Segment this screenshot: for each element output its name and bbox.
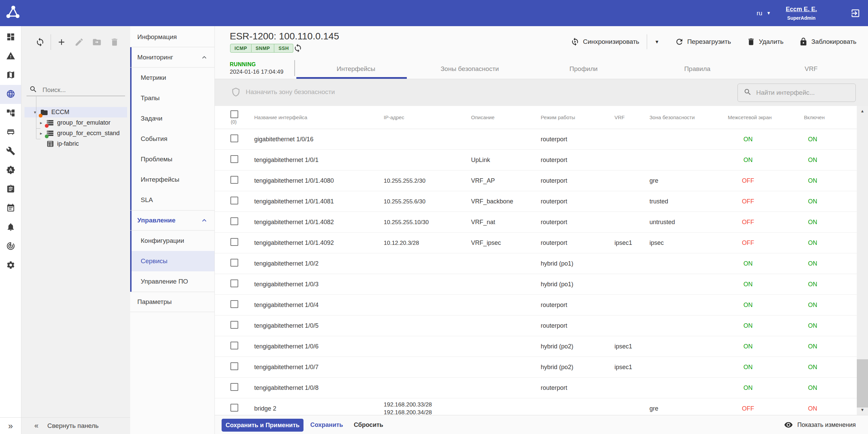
menu-item-sla[interactable]: SLA xyxy=(130,190,214,210)
tree-node-group-for-emulator[interactable]: ▸ group_for_emulator xyxy=(21,117,130,128)
refresh-tree-icon[interactable] xyxy=(35,37,45,47)
menu-item-management[interactable]: Управление xyxy=(130,210,214,231)
row-checkbox[interactable] xyxy=(230,155,238,163)
menu-item-parameters[interactable]: Параметры xyxy=(130,292,214,312)
rail-item-tools[interactable] xyxy=(0,142,21,161)
row-checkbox[interactable] xyxy=(230,362,238,370)
menu-item-interfaces[interactable]: Интерфейсы xyxy=(130,169,214,190)
cell-enabled-status: ON xyxy=(794,177,835,184)
scroll-down-arrow[interactable]: ▼ xyxy=(857,408,868,412)
row-checkbox[interactable] xyxy=(230,383,238,391)
menu-item-problems[interactable]: Проблемы xyxy=(130,149,214,169)
menu-item-traps[interactable]: Трапы xyxy=(130,88,214,108)
menu-item-tasks[interactable]: Задачи xyxy=(130,108,214,129)
tab-label: VRF xyxy=(805,65,818,73)
edit-node-icon[interactable] xyxy=(74,37,84,47)
row-checkbox[interactable] xyxy=(230,217,238,225)
row-checkbox[interactable] xyxy=(230,197,238,204)
language-selector[interactable]: ru ▼ xyxy=(757,0,771,26)
collapse-panel-button[interactable]: « Свернуть панель xyxy=(21,417,130,434)
rail-item-settings[interactable] xyxy=(0,256,21,275)
menu-item-events[interactable]: События xyxy=(130,129,214,149)
scroll-up-arrow[interactable]: ▲ xyxy=(857,109,868,113)
menu-item-software[interactable]: Управление ПО xyxy=(130,271,214,292)
rail-item-auto-badge[interactable] xyxy=(0,161,21,180)
reset-button[interactable]: Сбросить xyxy=(354,415,383,434)
tab-4[interactable]: Правила xyxy=(640,59,754,79)
rail-item-notifications[interactable] xyxy=(0,218,21,237)
col-ip[interactable]: IP-адрес xyxy=(384,114,471,120)
rail-item-map[interactable] xyxy=(0,66,21,85)
chevron-right-icon[interactable]: ▸ xyxy=(38,131,44,136)
tab-5[interactable]: VRF xyxy=(754,59,868,79)
rail-item-tasks[interactable] xyxy=(0,180,21,199)
save-apply-button[interactable]: Сохранить и Применить xyxy=(222,419,303,432)
row-checkbox[interactable] xyxy=(230,342,238,349)
add-node-icon[interactable] xyxy=(57,37,66,47)
tab-2[interactable]: Зоны безопасности xyxy=(413,59,527,79)
col-description[interactable]: Описание xyxy=(471,114,541,120)
refresh-device-icon[interactable] xyxy=(293,43,302,54)
col-firewall[interactable]: Межсетевой экран xyxy=(706,114,794,121)
row-checkbox[interactable] xyxy=(230,300,238,308)
menu-item-configurations[interactable]: Конфигурации xyxy=(130,231,214,251)
menu-item-metrics[interactable]: Метрики xyxy=(130,68,214,88)
table-row: tengigabitethernet 1/0/1UpLinkrouterport… xyxy=(215,150,857,170)
row-checkbox[interactable] xyxy=(230,259,238,267)
tab-3[interactable]: Профили xyxy=(527,59,641,79)
assign-zone-button[interactable]: Назначить зону безопасности xyxy=(231,87,335,97)
rail-item-monitoring-target[interactable] xyxy=(0,237,21,256)
chevron-down-icon[interactable]: ▾ xyxy=(32,110,38,115)
user-name-link[interactable]: Eccm E. E. xyxy=(786,6,817,13)
scrollbar-thumb[interactable] xyxy=(857,359,868,408)
rail-item-calendar[interactable] xyxy=(0,199,21,218)
rail-item-dashboard[interactable] xyxy=(0,28,21,47)
rail-item-globe[interactable] xyxy=(0,85,21,104)
col-zone[interactable]: Зона безопасности xyxy=(649,114,706,120)
rail-item-topology[interactable] xyxy=(0,104,21,123)
row-checkbox[interactable] xyxy=(230,134,238,142)
tree-node-ip-fabric[interactable]: ip-fabric xyxy=(21,139,130,149)
cell-interface-name: tengigabitethernet 1/0/2 xyxy=(254,260,384,267)
expand-rail-button[interactable]: » xyxy=(0,417,21,434)
row-checkbox[interactable] xyxy=(230,404,238,412)
col-vrf[interactable]: VRF xyxy=(614,114,649,120)
chevron-down-icon: ▼ xyxy=(766,11,771,16)
rail-item-alerts[interactable] xyxy=(0,47,21,66)
menu-item-services[interactable]: Сервисы xyxy=(130,251,214,271)
status-dot xyxy=(45,124,49,128)
cell-enabled-status: ON xyxy=(794,136,835,143)
user-menu[interactable]: Eccm E. E. SuperAdmin xyxy=(786,0,817,26)
select-all-checkbox[interactable] xyxy=(230,110,238,118)
col-mode[interactable]: Режим работы xyxy=(541,114,614,120)
menu-item-information[interactable]: Информация xyxy=(130,27,214,47)
menu-item-label: Трапы xyxy=(141,94,160,102)
chevron-right-icon[interactable]: ▸ xyxy=(38,120,44,125)
tree-node-eccm[interactable]: ▾ ECCM xyxy=(24,107,127,117)
cell-mode: routerport xyxy=(541,198,614,205)
rail-item-devices[interactable] xyxy=(0,123,21,142)
reboot-button[interactable]: Перезагрузить xyxy=(675,37,731,46)
cell-firewall-status: ON xyxy=(706,364,794,371)
synchronize-button[interactable]: Синхронизировать xyxy=(571,37,639,46)
delete-button[interactable]: Удалить xyxy=(747,37,784,46)
lock-button[interactable]: Заблокировать xyxy=(799,37,856,46)
row-checkbox[interactable] xyxy=(230,321,238,329)
interface-search-input[interactable] xyxy=(756,89,850,96)
tab-1[interactable]: Интерфейсы xyxy=(299,59,413,79)
move-to-folder-icon[interactable] xyxy=(92,37,102,47)
table-header: (0) Название интерфейса IP-адрес Описани… xyxy=(215,106,857,129)
tree-node-group-for-eccm-stand[interactable]: ▸ group_for_eccm_stand xyxy=(21,128,130,139)
row-checkbox[interactable] xyxy=(230,238,238,246)
row-checkbox[interactable] xyxy=(230,279,238,287)
menu-item-monitoring[interactable]: Мониторинг xyxy=(130,47,214,68)
col-interface-name[interactable]: Название интерфейса xyxy=(254,114,384,120)
logout-icon[interactable] xyxy=(850,8,861,20)
sync-dropdown-button[interactable]: ▼ xyxy=(655,39,659,44)
double-chevron-left-icon: « xyxy=(34,421,38,430)
col-enabled[interactable]: Включен xyxy=(794,114,835,120)
show-changes-button[interactable]: Показать изменения xyxy=(784,415,856,434)
delete-node-icon[interactable] xyxy=(110,37,119,47)
save-button[interactable]: Сохранить xyxy=(310,415,343,434)
row-checkbox[interactable] xyxy=(230,176,238,184)
